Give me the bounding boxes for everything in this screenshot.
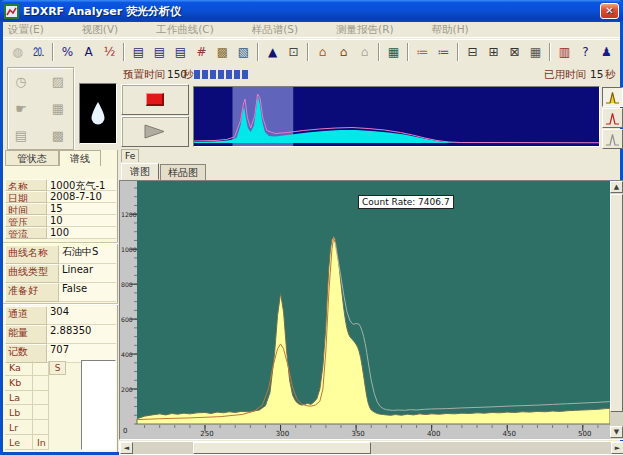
element-column: S bbox=[49, 361, 67, 450]
x-axis-strip bbox=[120, 424, 610, 439]
print-setup-icon[interactable]: ⊠ bbox=[504, 42, 525, 62]
tab-tube-status[interactable]: 管状态 bbox=[5, 150, 59, 166]
import-home-icon[interactable]: ⌂ bbox=[312, 42, 333, 62]
left-button-grid: ◷▨☛▦▤▩ bbox=[10, 70, 69, 146]
progress-bar bbox=[194, 70, 248, 79]
measure-icon: ◍ bbox=[7, 42, 28, 62]
stamp-button: ☛ bbox=[10, 97, 32, 119]
count-rate-annotation: Count Rate: 7406.7 bbox=[358, 195, 454, 209]
prop-row: 通道304 bbox=[5, 306, 116, 325]
print-icon[interactable]: ⊟ bbox=[462, 42, 483, 62]
element-indicator: Fe bbox=[121, 149, 139, 162]
fraction-red-icon[interactable]: ½ bbox=[99, 42, 120, 62]
prop-row: 能量2.88350 bbox=[5, 325, 116, 344]
elapsed-time-label: 已用时间 bbox=[544, 68, 586, 82]
prop-row: 准备好False bbox=[5, 283, 116, 302]
y-tick-label: 800 bbox=[121, 281, 133, 288]
log-book-icon[interactable]: ▥ bbox=[554, 42, 575, 62]
element-listbox[interactable] bbox=[81, 360, 116, 450]
app-icon bbox=[4, 4, 19, 19]
yellow-peak-button[interactable] bbox=[602, 87, 623, 107]
prop-row: 管流100 bbox=[5, 227, 116, 239]
grid-icon[interactable]: # bbox=[191, 42, 212, 62]
horizontal-scroll-thumb[interactable] bbox=[193, 442, 371, 454]
x-tick-label: 300 bbox=[276, 430, 289, 438]
progress-segment bbox=[218, 70, 224, 79]
x-tick-label: 400 bbox=[427, 430, 440, 438]
sidebar: 管状态 谱线 名称1000充气-1 日期2008-7-10 时间15 管压10 … bbox=[3, 150, 118, 452]
toolbar-separator bbox=[123, 43, 125, 61]
toolbar-separator bbox=[457, 43, 459, 61]
scroll-down-button[interactable]: ▼ bbox=[610, 426, 623, 438]
list-options-icon[interactable]: ≔ bbox=[433, 42, 454, 62]
toolbar-separator bbox=[257, 43, 259, 61]
rename-curve-icon[interactable]: ▤ bbox=[170, 42, 191, 62]
preset-time-label: 预置时间 bbox=[123, 68, 165, 82]
export-home-icon[interactable]: ⌂ bbox=[333, 42, 354, 62]
y-tick-label: 600 bbox=[121, 316, 133, 323]
peak-triangle-icon[interactable]: ▲ bbox=[262, 42, 283, 62]
x-tick-label: 500 bbox=[578, 430, 591, 438]
y-tick-label: 200 bbox=[121, 386, 133, 393]
prop-row: 时间15 bbox=[5, 203, 116, 215]
home-disabled-icon: ⌂ bbox=[354, 42, 375, 62]
element-lines-table: Ka Kb La Lb Lr LeIn bbox=[5, 361, 49, 450]
acquisition-preview bbox=[193, 86, 600, 147]
list-settings-icon[interactable]: ≔ bbox=[412, 42, 433, 62]
elapsed-time-value: 15 bbox=[590, 68, 603, 80]
peak-icon bbox=[604, 90, 621, 105]
region-select-icon[interactable]: ▩ bbox=[212, 42, 233, 62]
stop-icon bbox=[146, 93, 164, 106]
peak-icon bbox=[604, 111, 621, 126]
close-button[interactable]: ✕ bbox=[600, 3, 619, 19]
exit-icon[interactable]: ♟ bbox=[596, 42, 617, 62]
scroll-up-button[interactable]: ▲ bbox=[610, 181, 623, 193]
droplet-icon bbox=[88, 98, 108, 130]
print-preview-icon[interactable]: ⊞ bbox=[483, 42, 504, 62]
spectrum-chart: 250300350400450500200400600800100012000 … bbox=[119, 180, 623, 440]
toolbar-separator bbox=[52, 43, 54, 61]
menu-settings[interactable]: 设置(E) bbox=[8, 23, 44, 37]
y-tick-label: 1200 bbox=[121, 211, 137, 218]
app-window: EDXRF Analyser 荧光分析仪 ✕ 设置(E)视图(V)工作曲线(C)… bbox=[0, 0, 623, 455]
menu-help[interactable]: 帮助(H) bbox=[432, 23, 469, 37]
vertical-scroll-thumb[interactable] bbox=[610, 194, 623, 412]
tab-spectral-line[interactable]: 谱线 bbox=[59, 150, 101, 166]
y-tick-label: 1000 bbox=[121, 246, 137, 253]
doc-button: ▤ bbox=[10, 124, 32, 146]
new-curve-icon[interactable]: ▤ bbox=[128, 42, 149, 62]
menu-measure-report[interactable]: 测量报告(R) bbox=[336, 23, 394, 37]
progress-segment bbox=[226, 70, 232, 79]
menu-working-curve[interactable]: 工作曲线(C) bbox=[156, 23, 214, 37]
calculator-icon[interactable]: ▦ bbox=[525, 42, 546, 62]
toolbar-separator bbox=[378, 43, 380, 61]
timer-20-icon[interactable]: ⒛ bbox=[28, 42, 49, 62]
divider bbox=[3, 242, 118, 244]
percent-calibrate-icon[interactable]: % bbox=[57, 42, 78, 62]
auto-scale-a-icon[interactable]: A bbox=[78, 42, 99, 62]
calculator-green-icon[interactable]: ▦ bbox=[383, 42, 404, 62]
delete-curve-icon[interactable]: ▤ bbox=[149, 42, 170, 62]
start-measure-button[interactable] bbox=[121, 116, 189, 147]
tab-spectrum-chart[interactable]: 谱图 bbox=[121, 163, 159, 180]
y-tick-label: 400 bbox=[121, 351, 133, 358]
x-tick-label: 350 bbox=[351, 430, 364, 438]
window-arrange-icon[interactable]: ⊡ bbox=[283, 42, 304, 62]
red-peak-button[interactable] bbox=[602, 108, 623, 128]
sample-indicator bbox=[79, 83, 117, 144]
horizontal-scrollbar[interactable]: ◄ ► bbox=[119, 441, 623, 455]
context-help-icon[interactable]: ? bbox=[575, 42, 596, 62]
window-title: EDXRF Analyser 荧光分析仪 bbox=[23, 4, 181, 19]
gray-peak-button[interactable] bbox=[602, 129, 623, 149]
peak-icon bbox=[604, 132, 621, 147]
x-tick-label: 250 bbox=[200, 430, 213, 438]
scroll-right-button[interactable]: ► bbox=[611, 442, 623, 454]
chart-image-icon[interactable]: ▧ bbox=[233, 42, 254, 62]
hatch-c-button: ▩ bbox=[47, 124, 69, 146]
menu-sample-spectrum[interactable]: 样品谱(S) bbox=[252, 23, 298, 37]
vertical-scrollbar[interactable]: ▲ ▼ bbox=[610, 181, 623, 439]
stop-measure-button[interactable] bbox=[121, 84, 189, 115]
tab-sample-chart[interactable]: 样品图 bbox=[160, 164, 206, 180]
menu-view[interactable]: 视图(V) bbox=[82, 23, 118, 37]
scroll-left-button[interactable]: ◄ bbox=[120, 442, 133, 454]
